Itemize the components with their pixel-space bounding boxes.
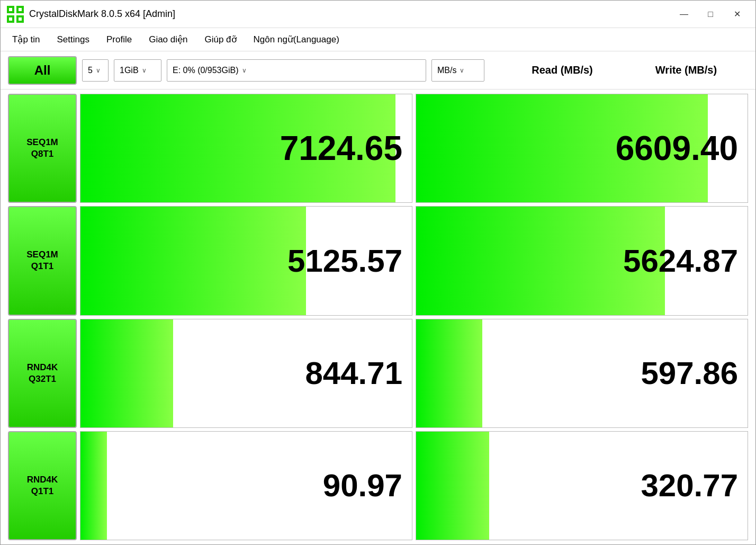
read-value-rnd4k-q1t1: 90.97 xyxy=(323,467,402,504)
count-value: 5 xyxy=(88,66,93,75)
write-cell-rnd4k-q1t1: 320.77 xyxy=(416,431,748,540)
svg-rect-4 xyxy=(9,8,12,11)
table-row: SEQ1M Q8T1 7124.65 6609.40 xyxy=(8,94,748,203)
row-label-line2-seq1m-q8t1: Q8T1 xyxy=(31,148,54,160)
menu-bar: Tập tin Settings Profile Giao diện Giúp … xyxy=(1,28,755,51)
read-bar-rnd4k-q32t1 xyxy=(80,319,173,427)
read-cell-rnd4k-q32t1: 844.71 xyxy=(80,319,412,428)
menu-tap-tin[interactable]: Tập tin xyxy=(5,31,48,48)
size-dropdown[interactable]: 1GiB ∨ xyxy=(114,59,161,82)
write-value-rnd4k-q1t1: 320.77 xyxy=(641,467,738,504)
menu-giao-dien[interactable]: Giao diện xyxy=(141,31,195,48)
app-icon xyxy=(7,6,24,23)
minimize-button[interactable]: — xyxy=(672,6,696,23)
title-bar-left: CrystalDiskMark 8.0.5 x64 [Admin] xyxy=(7,6,175,23)
row-label-line2-rnd4k-q1t1: Q1T1 xyxy=(31,486,54,497)
data-grid: SEQ1M Q8T1 7124.65 6609.40 SEQ1M Q1T1 51… xyxy=(1,90,755,544)
title-bar-controls: — □ ✕ xyxy=(672,6,749,23)
read-value-seq1m-q8t1: 7124.65 xyxy=(280,129,402,168)
column-headers: Read (MB/s) Write (MB/s) xyxy=(500,64,748,76)
table-row: RND4K Q1T1 90.97 320.77 xyxy=(8,431,748,540)
menu-profile[interactable]: Profile xyxy=(99,31,139,48)
row-label-line1-rnd4k-q32t1: RND4K xyxy=(27,362,58,373)
write-bar-rnd4k-q32t1 xyxy=(416,319,482,427)
read-cell-seq1m-q1t1: 5125.57 xyxy=(80,206,412,315)
write-value-seq1m-q8t1: 6609.40 xyxy=(616,129,738,168)
svg-rect-5 xyxy=(19,8,22,11)
write-header: Write (MB/s) xyxy=(624,64,748,76)
row-label-seq1m-q1t1: SEQ1M Q1T1 xyxy=(8,206,77,315)
row-label-rnd4k-q32t1: RND4K Q32T1 xyxy=(8,319,77,428)
size-chevron-icon: ∨ xyxy=(142,67,147,74)
unit-chevron-icon: ∨ xyxy=(460,67,464,74)
svg-rect-6 xyxy=(9,17,12,21)
svg-rect-7 xyxy=(19,17,22,21)
unit-dropdown[interactable]: MB/s ∨ xyxy=(431,59,484,82)
read-cell-seq1m-q8t1: 7124.65 xyxy=(80,94,412,203)
row-label-line1-seq1m-q8t1: SEQ1M xyxy=(26,137,58,148)
write-bar-rnd4k-q1t1 xyxy=(416,432,489,540)
count-dropdown[interactable]: 5 ∨ xyxy=(82,59,109,82)
read-bar-seq1m-q1t1 xyxy=(80,207,306,315)
maximize-button[interactable]: □ xyxy=(698,6,723,23)
read-bar-rnd4k-q1t1 xyxy=(80,432,107,540)
drive-dropdown[interactable]: E: 0% (0/953GiB) ∨ xyxy=(167,59,426,82)
title-bar: CrystalDiskMark 8.0.5 x64 [Admin] — □ ✕ xyxy=(1,1,755,28)
write-value-rnd4k-q32t1: 597.86 xyxy=(641,355,738,391)
row-label-line2-seq1m-q1t1: Q1T1 xyxy=(31,261,54,272)
read-value-rnd4k-q32t1: 844.71 xyxy=(305,355,402,391)
row-label-line2-rnd4k-q32t1: Q32T1 xyxy=(29,373,56,385)
controls-row: All 5 ∨ 1GiB ∨ E: 0% (0/953GiB) ∨ MB/s ∨… xyxy=(1,51,755,90)
close-button[interactable]: ✕ xyxy=(725,6,749,23)
menu-ngon-ngu[interactable]: Ngôn ngữ(Language) xyxy=(246,31,347,48)
all-button[interactable]: All xyxy=(8,56,77,85)
read-cell-rnd4k-q1t1: 90.97 xyxy=(80,431,412,540)
read-header: Read (MB/s) xyxy=(500,64,624,76)
drive-value: E: 0% (0/953GiB) xyxy=(173,66,239,75)
unit-value: MB/s xyxy=(437,66,456,75)
row-label-seq1m-q8t1: SEQ1M Q8T1 xyxy=(8,94,77,203)
menu-settings[interactable]: Settings xyxy=(50,31,97,48)
app-window: CrystalDiskMark 8.0.5 x64 [Admin] — □ ✕ … xyxy=(0,0,756,545)
drive-chevron-icon: ∨ xyxy=(242,67,247,74)
size-value: 1GiB xyxy=(120,66,139,75)
menu-giup-do[interactable]: Giúp đỡ xyxy=(197,31,244,48)
count-chevron-icon: ∨ xyxy=(96,67,101,74)
row-label-line1-seq1m-q1t1: SEQ1M xyxy=(26,249,58,261)
write-cell-rnd4k-q32t1: 597.86 xyxy=(416,319,748,428)
row-label-rnd4k-q1t1: RND4K Q1T1 xyxy=(8,431,77,540)
table-row: SEQ1M Q1T1 5125.57 5624.87 xyxy=(8,206,748,315)
write-cell-seq1m-q8t1: 6609.40 xyxy=(416,94,748,203)
table-row: RND4K Q32T1 844.71 597.86 xyxy=(8,319,748,428)
read-value-seq1m-q1t1: 5125.57 xyxy=(287,243,402,279)
write-cell-seq1m-q1t1: 5624.87 xyxy=(416,206,748,315)
window-title: CrystalDiskMark 8.0.5 x64 [Admin] xyxy=(29,8,175,20)
row-label-line1-rnd4k-q1t1: RND4K xyxy=(27,474,58,486)
write-value-seq1m-q1t1: 5624.87 xyxy=(623,243,738,279)
